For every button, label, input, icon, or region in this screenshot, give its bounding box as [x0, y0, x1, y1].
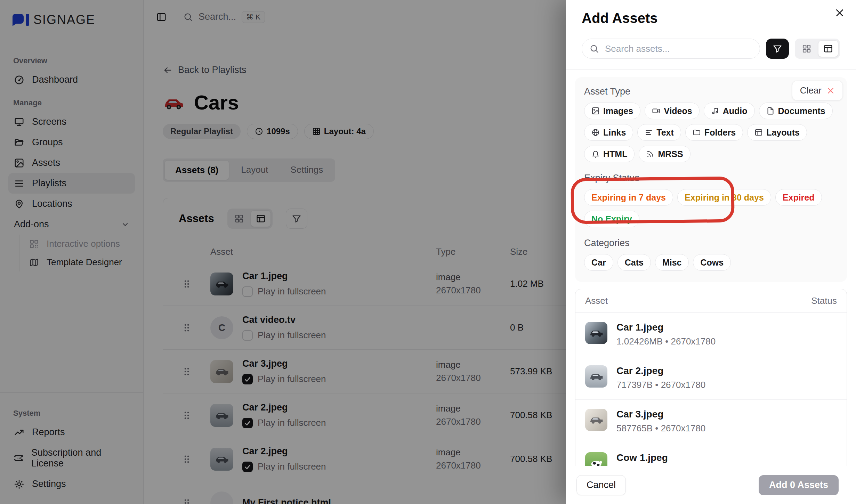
rss-icon	[646, 150, 654, 158]
chip-layouts[interactable]: Layouts	[747, 124, 807, 141]
drawer-col-status: Status	[811, 295, 837, 306]
chip-images[interactable]: Images	[584, 103, 640, 119]
chip-category-car[interactable]: Car	[584, 254, 613, 271]
asset-name: Car 3.jpeg	[616, 409, 705, 420]
add-assets-button[interactable]: Add 0 Assets	[759, 475, 839, 495]
expiry-status-label: Expiry Status	[584, 173, 838, 184]
chip-expiring-30-days[interactable]: Expiring in 30 days	[677, 189, 771, 206]
categories-label: Categories	[584, 238, 838, 249]
chip-audio[interactable]: Audio	[704, 103, 755, 119]
asset-name: Car 2.jpeg	[616, 365, 705, 376]
funnel-icon	[773, 44, 782, 54]
drawer-title: Add Assets	[582, 10, 840, 26]
search-icon	[589, 44, 599, 54]
asset-meta: 1.02426MB • 2670x1780	[616, 336, 716, 347]
drawer-col-asset: Asset	[585, 295, 608, 306]
chip-no-expiry[interactable]: No Expiry	[584, 211, 639, 227]
drawer-grid-view-button[interactable]	[797, 40, 817, 57]
chip-html[interactable]: HTML	[584, 146, 635, 162]
chip-links[interactable]: Links	[584, 124, 633, 141]
add-assets-drawer: Add Assets Clear Asset Type Images Video…	[566, 0, 856, 504]
asset-search-input[interactable]	[582, 39, 760, 59]
chip-folders[interactable]: Folders	[685, 124, 743, 141]
asset-thumbnail	[585, 365, 607, 388]
drawer-view-toggle	[795, 39, 840, 59]
globe-icon	[591, 128, 600, 137]
close-icon	[826, 87, 835, 95]
image-icon	[591, 107, 600, 115]
chip-documents[interactable]: Documents	[759, 103, 833, 119]
music-note-icon	[711, 107, 719, 115]
folder-icon	[693, 128, 701, 137]
asset-name: Cow 1.jpeg	[616, 452, 721, 463]
modal-overlay[interactable]	[0, 0, 566, 504]
close-icon[interactable]	[834, 8, 845, 18]
file-icon	[766, 107, 775, 115]
video-icon	[652, 107, 660, 115]
asset-thumbnail	[585, 409, 607, 431]
asset-name: Car 1.jpeg	[616, 322, 716, 333]
chip-expired[interactable]: Expired	[775, 189, 822, 206]
grid-view-icon	[802, 44, 811, 54]
chip-category-misc[interactable]: Misc	[655, 254, 689, 271]
chip-expiring-7-days[interactable]: Expiring in 7 days	[584, 189, 673, 206]
chip-mrss[interactable]: MRSS	[639, 146, 690, 162]
asset-meta: 587765B • 2670x1780	[616, 423, 705, 434]
chip-category-cows[interactable]: Cows	[693, 254, 731, 271]
table-view-icon	[823, 44, 833, 54]
chip-category-cats[interactable]: Cats	[617, 254, 651, 271]
bell-icon	[591, 150, 600, 158]
text-lines-icon	[645, 128, 653, 137]
cancel-button[interactable]: Cancel	[576, 475, 626, 495]
list-item[interactable]: Car 3.jpeg 587765B • 2670x1780	[575, 400, 847, 443]
drawer-filter-button[interactable]	[766, 39, 789, 59]
clear-filters-button[interactable]: Clear	[792, 81, 843, 100]
drawer-table-view-button[interactable]	[818, 40, 838, 57]
layout-icon	[754, 128, 763, 137]
asset-meta: 717397B • 2670x1780	[616, 380, 705, 390]
chip-text[interactable]: Text	[637, 124, 681, 141]
asset-search-field	[582, 39, 760, 59]
asset-thumbnail	[585, 322, 607, 344]
chip-videos[interactable]: Videos	[645, 103, 700, 119]
drawer-footer: Cancel Add 0 Assets	[566, 466, 856, 504]
filters-card: Clear Asset Type Images Videos Audio Doc…	[575, 77, 847, 282]
list-item[interactable]: Car 2.jpeg 717397B • 2670x1780	[575, 356, 847, 400]
asset-type-chips: Images Videos Audio Documents Links Text…	[584, 103, 838, 162]
expiry-status-chips: Expiring in 7 days Expiring in 30 days E…	[584, 189, 838, 227]
list-item[interactable]: Car 1.jpeg 1.02426MB • 2670x1780	[575, 313, 847, 356]
category-chips: Car Cats Misc Cows	[584, 254, 838, 271]
